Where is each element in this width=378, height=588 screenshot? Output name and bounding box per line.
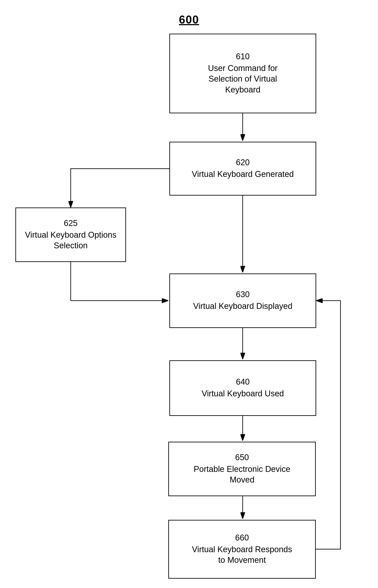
box-650: 650 Portable Electronic DeviceMoved bbox=[168, 442, 316, 496]
box-610-number: 610 bbox=[236, 52, 250, 61]
box-640: 640 Virtual Keyboard Used bbox=[169, 360, 316, 416]
box-610-label: User Command forSelection of VirtualKeyb… bbox=[208, 63, 278, 95]
box-610: 610 User Command forSelection of Virtual… bbox=[169, 34, 316, 113]
box-640-label: Virtual Keyboard Used bbox=[202, 388, 284, 399]
box-630: 630 Virtual Keyboard Displayed bbox=[169, 273, 316, 328]
box-625: 625 Virtual Keyboard OptionsSelection bbox=[15, 208, 126, 262]
box-660: 660 Virtual Keyboard Respondsto Movement bbox=[168, 520, 316, 579]
box-660-label: Virtual Keyboard Respondsto Movement bbox=[192, 544, 292, 566]
box-630-label: Virtual Keyboard Displayed bbox=[193, 301, 293, 311]
box-630-number: 630 bbox=[236, 290, 250, 299]
box-620-number: 620 bbox=[236, 158, 250, 167]
box-625-label: Virtual Keyboard OptionsSelection bbox=[25, 230, 116, 251]
diagram-title: 600 bbox=[179, 13, 199, 26]
diagram-container: 600 610 User Command forSelection of V bbox=[0, 0, 378, 588]
box-625-number: 625 bbox=[64, 219, 77, 228]
box-650-label: Portable Electronic DeviceMoved bbox=[194, 464, 290, 485]
box-640-number: 640 bbox=[236, 377, 250, 387]
box-620: 620 Virtual Keyboard Generated bbox=[169, 142, 316, 196]
box-620-label: Virtual Keyboard Generated bbox=[192, 169, 294, 180]
box-650-number: 650 bbox=[235, 453, 249, 462]
box-660-number: 660 bbox=[235, 533, 249, 542]
